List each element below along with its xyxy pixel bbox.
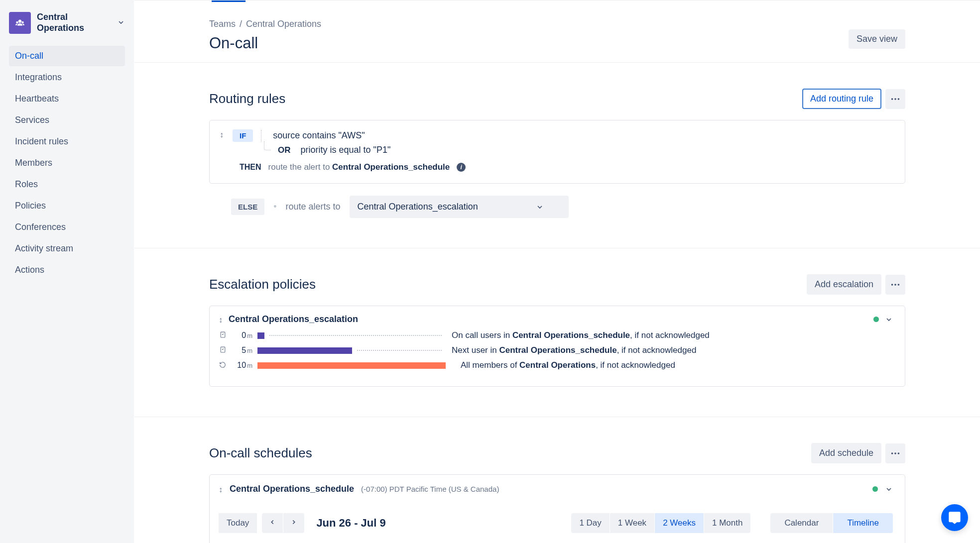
oncall-schedules-section: On-call schedules Add schedule ↕ Central…	[209, 417, 905, 543]
range-toggle-group: 1 Day1 Week2 Weeks1 Month	[571, 513, 750, 533]
escalation-bar	[257, 347, 352, 354]
drag-handle-icon[interactable]: ↕	[220, 129, 224, 172]
schedules-title: On-call schedules	[209, 445, 312, 461]
svg-point-5	[898, 284, 900, 286]
rule-condition-1: source contains "AWS"	[273, 130, 365, 141]
rule-condition-2: priority is equal to "P1"	[301, 145, 391, 155]
status-dot-icon	[873, 317, 879, 322]
sidebar-item-conferences[interactable]: Conferences	[9, 217, 125, 237]
connector-dot-icon: •	[273, 202, 276, 212]
escalation-bar	[257, 332, 264, 339]
drag-handle-icon[interactable]: ↕	[219, 315, 223, 325]
chevron-down-icon	[117, 18, 125, 28]
routing-rules-section: Routing rules Add routing rule ↕ IF	[209, 63, 905, 218]
routing-more-button[interactable]	[885, 89, 905, 109]
team-switcher[interactable]: Central Operations	[9, 10, 125, 43]
routing-rule-card[interactable]: ↕ IF source contains "AWS" OR priority i…	[209, 120, 905, 184]
sidebar-item-activity-stream[interactable]: Activity stream	[9, 238, 125, 259]
sidebar-item-policies[interactable]: Policies	[9, 196, 125, 216]
prev-button[interactable]	[262, 513, 283, 533]
routing-rules-title: Routing rules	[209, 91, 285, 107]
escalation-bar	[257, 362, 446, 369]
then-text: route the alert to Central Operations_sc…	[268, 162, 450, 172]
save-view-button[interactable]: Save view	[849, 29, 905, 49]
add-schedule-button[interactable]: Add schedule	[811, 443, 881, 463]
escalation-time: 0m	[232, 331, 252, 340]
or-label: OR	[278, 145, 291, 155]
schedules-more-button[interactable]	[885, 443, 905, 463]
escalation-step: 10mAll members of Central Operations, if…	[219, 360, 893, 370]
svg-point-2	[898, 98, 900, 100]
view-calendar[interactable]: Calendar	[770, 513, 833, 533]
sidebar-item-heartbeats[interactable]: Heartbeats	[9, 89, 125, 109]
escalation-time: 5m	[232, 346, 252, 355]
svg-point-3	[891, 284, 893, 286]
escalation-description: All members of Central Operations, if no…	[461, 360, 675, 370]
rule-icon	[219, 331, 227, 339]
sidebar-item-members[interactable]: Members	[9, 153, 125, 173]
team-avatar-icon	[9, 12, 31, 34]
svg-point-0	[891, 98, 893, 100]
team-name: Central Operations	[37, 12, 111, 33]
range-1-day[interactable]: 1 Day	[571, 513, 609, 533]
schedule-name: Central Operations_schedule	[230, 484, 354, 494]
else-target-select[interactable]: Central Operations_escalation	[350, 196, 569, 218]
breadcrumb-root[interactable]: Teams	[209, 19, 236, 29]
escalation-policy-name: Central Operations_escalation	[229, 314, 867, 325]
then-label: THEN	[240, 163, 261, 172]
sidebar-item-roles[interactable]: Roles	[9, 174, 125, 195]
rule-icon	[219, 346, 227, 354]
intercom-launcher[interactable]	[941, 504, 968, 531]
repeat-icon	[219, 361, 227, 370]
range-1-week[interactable]: 1 Week	[610, 513, 654, 533]
view-timeline[interactable]: Timeline	[833, 513, 893, 533]
svg-point-8	[891, 452, 893, 454]
svg-point-1	[894, 98, 896, 100]
svg-point-9	[894, 452, 896, 454]
else-text: route alerts to	[286, 202, 341, 212]
schedule-card[interactable]: ↕ Central Operations_schedule (-07:00) P…	[209, 474, 905, 543]
svg-point-4	[894, 284, 896, 286]
view-toggle-group: CalendarTimeline	[770, 513, 893, 533]
timezone-label: (-07:00) PDT Pacific Time (US & Canada)	[361, 485, 499, 493]
else-row: ELSE • route alerts to Central Operation…	[209, 196, 905, 218]
drag-handle-icon[interactable]: ↕	[219, 484, 223, 494]
add-routing-rule-button[interactable]: Add routing rule	[802, 89, 881, 109]
sidebar-item-integrations[interactable]: Integrations	[9, 67, 125, 88]
escalation-more-button[interactable]	[885, 275, 905, 295]
sidebar-item-incident-rules[interactable]: Incident rules	[9, 131, 125, 152]
breadcrumb: Teams / Central Operations	[209, 2, 905, 29]
chevron-down-icon	[536, 203, 544, 211]
sidebar-item-on-call[interactable]: On-call	[9, 46, 125, 66]
if-tag: IF	[233, 129, 253, 142]
escalation-step: 5mNext user in Central Operations_schedu…	[219, 345, 893, 355]
add-escalation-button[interactable]: Add escalation	[807, 274, 881, 295]
sidebar-item-actions[interactable]: Actions	[9, 260, 125, 280]
chevron-down-icon[interactable]	[885, 485, 893, 493]
next-button[interactable]	[283, 513, 304, 533]
escalation-step: 0mOn call users in Central Operations_sc…	[219, 330, 893, 340]
sidebar: Central Operations On-callIntegrationsHe…	[0, 0, 134, 543]
date-range: Jun 26 - Jul 9	[316, 517, 385, 530]
sidebar-nav: On-callIntegrationsHeartbeatsServicesInc…	[9, 46, 125, 280]
today-button[interactable]: Today	[219, 513, 257, 533]
escalation-title: Escalation policies	[209, 277, 316, 292]
escalation-time: 10m	[232, 361, 252, 370]
info-icon[interactable]: i	[457, 163, 466, 172]
escalation-description: On call users in Central Operations_sche…	[452, 330, 710, 340]
sidebar-item-services[interactable]: Services	[9, 110, 125, 130]
escalation-description: Next user in Central Operations_schedule…	[452, 345, 696, 355]
escalation-policies-section: Escalation policies Add escalation ↕ Cen…	[209, 248, 905, 387]
status-dot-icon	[872, 486, 878, 492]
else-tag: ELSE	[231, 199, 264, 215]
main-content: Teams / Central Operations On-call Save …	[134, 0, 980, 543]
page-title: On-call	[209, 34, 258, 52]
range-2-weeks[interactable]: 2 Weeks	[654, 513, 704, 533]
breadcrumb-current[interactable]: Central Operations	[246, 19, 321, 29]
range-1-month[interactable]: 1 Month	[704, 513, 750, 533]
escalation-policy-card[interactable]: ↕ Central Operations_escalation 0mOn cal…	[209, 306, 905, 387]
schedule-toolbar: Today Jun 26 - Jul 9 1 Day1 Week2 Weeks1…	[219, 513, 893, 533]
chevron-down-icon[interactable]	[885, 316, 893, 324]
svg-point-10	[898, 452, 900, 454]
